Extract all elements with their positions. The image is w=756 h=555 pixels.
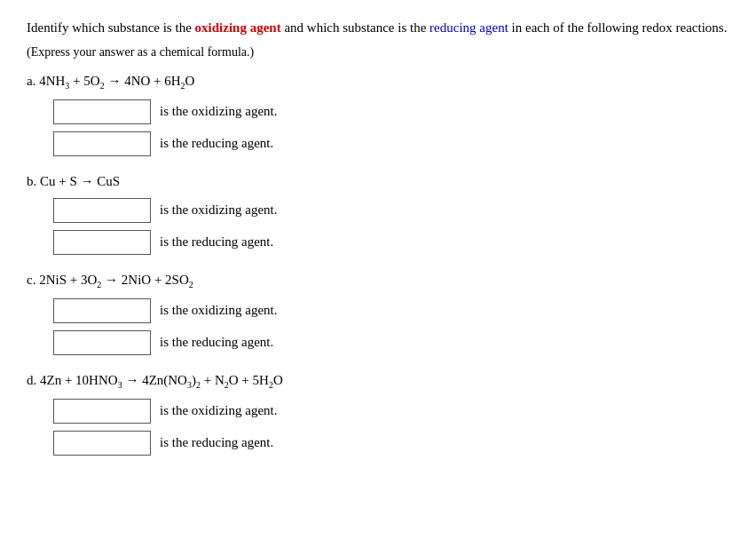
reaction-d-reducing-row: is the reducing agent. [53,431,729,456]
reaction-a-oxidizing-label: is the oxidizing agent. [160,104,277,119]
reaction-b-id: b. Cu + S → CuS [27,174,120,188]
reaction-a-reducing-label: is the reducing agent. [160,136,273,151]
reaction-c-reducing-label: is the reducing agent. [160,335,273,350]
reaction-b-reducing-row: is the reducing agent. [53,230,729,255]
reaction-b-label: b. Cu + S → CuS [27,174,729,189]
reaction-a-section: a. 4NH3 + 5O2 → 4NO + 6H2O is the oxidiz… [27,74,729,156]
reaction-b-reducing-label: is the reducing agent. [160,234,273,250]
reaction-c-reducing-input[interactable] [53,330,151,355]
reaction-b-oxidizing-row: is the oxidizing agent. [53,198,729,223]
reaction-c-label: c. 2NiS + 3O2 → 2NiO + 2SO2 [27,273,729,289]
reducing-highlight: reducing agent [429,20,508,35]
reaction-d-oxidizing-input[interactable] [53,399,151,424]
reaction-c-section: c. 2NiS + 3O2 → 2NiO + 2SO2 is the oxidi… [27,273,729,355]
reaction-a-equation: 4NH3 + 5O2 → 4NO + 6H2O [39,74,194,88]
reaction-d-reducing-label: is the reducing agent. [160,435,273,450]
instructions-text: Identify which substance is the oxidizin… [27,18,729,38]
reaction-b-section: b. Cu + S → CuS is the oxidizing agent. … [27,174,729,255]
oxidizing-highlight: oxidizing agent [195,20,281,35]
reaction-d-oxidizing-row: is the oxidizing agent. [53,399,729,424]
reaction-a-label: a. 4NH3 + 5O2 → 4NO + 6H2O [27,74,729,91]
reaction-a-reducing-input[interactable] [53,131,151,156]
reaction-d-oxidizing-label: is the oxidizing agent. [160,403,277,418]
reaction-d-id: d. 4Zn + 10HNO3 → 4Zn(NO3)2 + N2O + 5H2O [27,373,283,387]
reaction-c-id: c. 2NiS + 3O2 → 2NiO + 2SO2 [27,273,193,287]
reaction-a-oxidizing-input[interactable] [53,99,151,124]
reaction-b-reducing-input[interactable] [53,230,151,255]
reaction-b-oxidizing-input[interactable] [53,198,151,223]
reaction-c-oxidizing-label: is the oxidizing agent. [160,303,277,318]
reaction-a-reducing-row: is the reducing agent. [53,131,729,156]
reaction-d-label: d. 4Zn + 10HNO3 → 4Zn(NO3)2 + N2O + 5H2O [27,373,729,390]
reaction-c-reducing-row: is the reducing agent. [53,330,729,355]
reaction-c-oxidizing-input[interactable] [53,298,151,323]
reaction-c-oxidizing-row: is the oxidizing agent. [53,298,729,323]
reaction-a-id: a. [27,74,39,88]
reaction-a-oxidizing-row: is the oxidizing agent. [53,99,729,124]
reaction-d-reducing-input[interactable] [53,431,151,456]
express-note: (Express your answer as a chemical formu… [27,45,729,59]
reaction-b-oxidizing-label: is the oxidizing agent. [160,202,277,218]
reaction-d-section: d. 4Zn + 10HNO3 → 4Zn(NO3)2 + N2O + 5H2O… [27,373,729,456]
